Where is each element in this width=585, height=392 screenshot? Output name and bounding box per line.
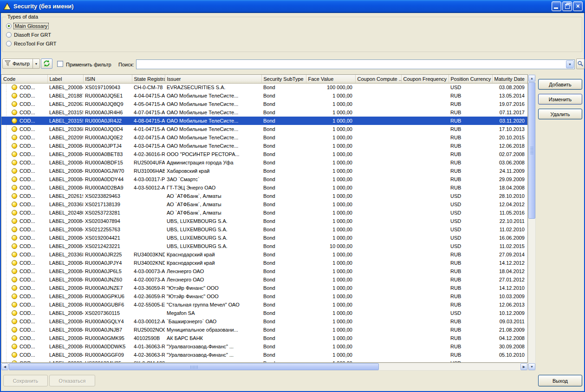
restore-button[interactable] [562, 1, 572, 11]
record-icon [12, 160, 17, 165]
table-row[interactable]: COD...LABEL_20336821...RU000A0JQ0D44-01-… [1, 125, 527, 133]
column-header-isin[interactable]: ISIN [83, 75, 132, 83]
minimize-button[interactable] [552, 1, 561, 11]
table-row[interactable]: COD...LABEL_20315563...RU000A0JR4J24-08-… [1, 117, 527, 125]
table-row[interactable]: COD...LABEL_20008409...XS0212423221UBS, … [1, 242, 527, 250]
record-icon [12, 168, 17, 174]
search-combobox[interactable]: ▼ [136, 59, 575, 69]
toolbar: Фильтр ▼ Применить фильтр Поиск: ▼ [0, 58, 585, 72]
table-row[interactable]: COD...LABEL_20209900...RU000A0JQ0E24-02-… [1, 133, 527, 142]
exit-button[interactable]: Выход [538, 375, 582, 386]
code-text: COD... [20, 243, 35, 249]
table-row[interactable]: COD...LABEL_20248030...XS0253723281АО `А… [1, 209, 527, 217]
save-button[interactable]: Сохранить [3, 375, 48, 386]
record-icon [12, 319, 17, 324]
search-input[interactable] [137, 60, 566, 68]
cancel-button[interactable]: Отказаться [49, 375, 95, 386]
horizontal-scroll-thumb[interactable] [9, 363, 379, 370]
table-row[interactable]: COD...LABEL_20008410...RU000A0GGF094-02-… [1, 351, 527, 359]
table-row[interactable]: COD...LABEL_20008414...US000133AV35SK-0-… [1, 359, 527, 363]
radio-icon[interactable] [6, 41, 12, 46]
table-row[interactable]: COD...LABEL_20008409...RU000A0JPJY4RU340… [1, 259, 527, 267]
table-row[interactable]: COD...LABEL_20008409...RU000A0JPTJ44-03-… [1, 142, 527, 150]
radio-label[interactable]: Main Glossary [14, 23, 48, 29]
table-row[interactable]: COD...LABEL_20008408...RU000A0GQLY44-03-… [1, 317, 527, 326]
radio-icon[interactable] [6, 23, 12, 29]
record-icon [12, 227, 17, 232]
edit-button[interactable]: Изменить [538, 94, 582, 105]
chevron-down-icon[interactable]: ▼ [33, 62, 39, 65]
code-text: COD... [20, 310, 35, 316]
table-row[interactable]: COD...LABEL_20008410...RU000A0DDWK54-01-… [1, 342, 527, 351]
table-row[interactable]: COD...LABEL_20008409...RU000A0GUBF64-02-… [1, 301, 527, 309]
column-header-state-registration[interactable]: State Registration... [132, 75, 165, 83]
app-icon [3, 3, 11, 10]
code-text: COD... [20, 185, 35, 190]
combo-dropdown-icon[interactable]: ▼ [566, 60, 574, 68]
magnifier-icon [577, 60, 584, 68]
column-header-coupon-frequency[interactable]: Coupon Frequency [401, 75, 448, 83]
table-row[interactable]: COD...LABEL_20008409...RU000A0D2BA94-03-… [1, 183, 527, 192]
table-row[interactable]: COD...LABEL_20336821...RU000A0JR225RU340… [1, 250, 527, 259]
column-header-maturity-date[interactable]: Maturity Date [492, 75, 527, 83]
column-header-label[interactable]: Label [47, 75, 83, 83]
table-row[interactable]: COD...LABEL_20008409...RU000A0BET834-02-… [1, 150, 527, 158]
table-row[interactable]: COD...LABEL_20008409...XS0192004421UBS, … [1, 234, 527, 242]
radio-option-main-glossary[interactable]: Main Glossary [6, 23, 582, 29]
code-text: COD... [20, 319, 35, 324]
radio-label[interactable]: Diasoft For GRT [14, 32, 51, 38]
table-row[interactable]: COD...LABEL_20008410...RU000A0GPKU64-02-… [1, 292, 527, 301]
table-row[interactable]: COD...LABEL_20008408...XS0197109043CH-0-… [1, 83, 527, 91]
radio-option-recotool-for-grt[interactable]: RecoTool For GRT [6, 40, 582, 47]
add-button[interactable]: Добавить [538, 79, 582, 90]
code-text: COD... [20, 252, 35, 257]
radio-option-diasoft-for-grt[interactable]: Diasoft For GRT [6, 32, 582, 38]
table-row[interactable]: COD...LABEL_20206346...RU000A0JQ8Q94-05-… [1, 100, 527, 108]
radio-icon[interactable] [6, 32, 12, 38]
table-row[interactable]: COD...LABEL_20008409...RU000A0JP6L54-03-… [1, 267, 527, 275]
column-header-face-value[interactable]: Face Value [306, 75, 355, 83]
column-header-code[interactable]: Code [1, 75, 47, 83]
table-row[interactable]: COD...LABEL_20188753...RU000A0JQ5E14-04-… [1, 91, 527, 100]
record-icon [12, 252, 17, 257]
radio-label[interactable]: RecoTool For GRT [14, 41, 57, 46]
scroll-up-icon[interactable]: ▲ [528, 75, 535, 82]
table-row[interactable]: COD...LABEL_20008409...XS0212255763UBS, … [1, 225, 527, 234]
scroll-right-icon[interactable]: ▶ [520, 363, 527, 370]
record-icon [12, 202, 17, 207]
apply-filter-label[interactable]: Применить фильтр [66, 62, 111, 67]
vertical-scroll-thumb[interactable] [528, 82, 535, 219]
code-text: COD... [20, 168, 35, 174]
table-row[interactable]: COD...LABEL_20008408...RU000A0GMK9540102… [1, 334, 527, 342]
code-text: COD... [20, 110, 35, 115]
record-icon [12, 218, 17, 224]
table-row[interactable]: COD...LABEL_20008409...RU000A0GJW70RU310… [1, 167, 527, 175]
scroll-left-icon[interactable]: ◀ [1, 363, 8, 370]
table-row[interactable]: COD...LABEL_20315563...RU000A0JR4H64-07-… [1, 108, 527, 117]
search-button[interactable] [576, 59, 585, 69]
column-header-issuer[interactable]: Issuer [165, 75, 261, 83]
search-label: Поиск: [118, 62, 134, 67]
filter-button[interactable]: Фильтр ▼ [2, 59, 40, 69]
apply-filter-checkbox[interactable] [57, 61, 63, 67]
table-row[interactable]: COD...LABEL_20336821...XS0217138139АО `А… [1, 200, 527, 209]
close-button[interactable]: × [573, 1, 583, 11]
vertical-scrollbar[interactable]: ▲ ▼ [528, 74, 536, 371]
table-row[interactable]: COD...LABEL_20008410...RU000A0BDF15RU250… [1, 158, 527, 167]
record-icon [12, 93, 17, 98]
table-row[interactable]: COD...LABEL_20008409...XS0207360115Megaf… [1, 309, 527, 317]
table-row[interactable]: COD...LABEL_20008410...RU000A0DDY444-03-… [1, 175, 527, 183]
scroll-down-icon[interactable]: ▼ [528, 363, 535, 370]
table-row[interactable]: COD...LABEL_20008409...XS0203407894UBS, … [1, 217, 527, 225]
table-row[interactable]: COD...LABEL_20261974...XS0233829463АО `А… [1, 192, 527, 200]
delete-button[interactable]: Удалить [538, 109, 582, 119]
column-header-position-currency[interactable]: Position Currency [448, 75, 492, 83]
column-header-security-subtype[interactable]: Security SubType [261, 75, 306, 83]
column-header-coupon-compute[interactable]: Coupon Compute ... [355, 75, 401, 83]
table-row[interactable]: COD...LABEL_20008409...RU000A0JNZ604-02-… [1, 275, 527, 284]
table-row[interactable]: COD...LABEL_20008409...RU000A0JNJB7RU250… [1, 326, 527, 334]
horizontal-scrollbar[interactable]: ◀ ▶ [1, 363, 528, 371]
table-row[interactable]: COD...LABEL_20008410...RU000A0JNZE74-03-… [1, 284, 527, 292]
refresh-button[interactable] [41, 59, 52, 69]
close-icon: × [573, 2, 582, 11]
